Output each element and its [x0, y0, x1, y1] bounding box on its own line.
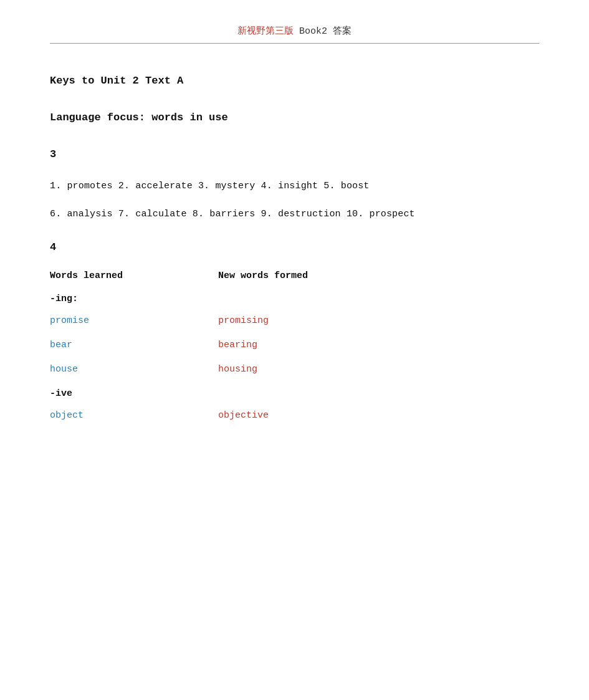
section3-label: 3 [50, 148, 539, 160]
spacer-4 [50, 171, 539, 178]
word-formed-bearing: bearing [218, 340, 257, 350]
title-book: Book2 答案 [294, 26, 352, 37]
word-learned-promise: promise [50, 315, 218, 326]
word-formed-promising: promising [218, 315, 269, 326]
page-title: 新视野第三版 Book2 答案 [237, 26, 352, 36]
word-row-bear: bear bearing [50, 340, 539, 350]
section-4: 4 Words learned New words formed -ing: p… [50, 241, 539, 421]
answers-row-1: 1. promotes 2. accelerate 3. mystery 4. … [50, 178, 539, 194]
spacer-3 [50, 136, 539, 148]
word-learned-object: object [50, 410, 218, 421]
spacer-5 [50, 264, 539, 271]
table-header-row: Words learned New words formed [50, 271, 539, 281]
word-formed-housing: housing [218, 364, 257, 375]
col-formed-header: New words formed [218, 271, 308, 281]
page: 新视野第三版 Book2 答案 Keys to Unit 2 Text A La… [0, 0, 589, 700]
word-learned-bear: bear [50, 340, 218, 350]
title-chinese-new: 新视野第三版 [237, 26, 294, 36]
word-formed-objective: objective [218, 410, 269, 421]
spacer-1 [50, 62, 539, 75]
language-focus-heading: Language focus: words in use [50, 112, 539, 123]
suffix-ing-label: -ing: [50, 294, 539, 304]
col-learned-header: Words learned [50, 271, 218, 281]
word-row-object: object objective [50, 410, 539, 421]
suffix-ive-label: -ive [50, 388, 539, 399]
spacer-2 [50, 99, 539, 112]
unit-heading: Keys to Unit 2 Text A [50, 75, 539, 87]
section4-label: 4 [50, 241, 539, 253]
answers-row-2: 6. analysis 7. calculate 8. barriers 9. … [50, 206, 539, 223]
word-learned-house: house [50, 364, 218, 375]
page-title-bar: 新视野第三版 Book2 答案 [50, 25, 539, 44]
word-row-house: house housing [50, 364, 539, 375]
word-row-promise: promise promising [50, 315, 539, 326]
